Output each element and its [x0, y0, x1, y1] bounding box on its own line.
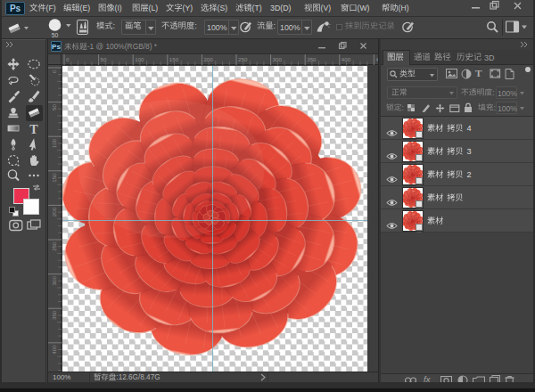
svg-text:150: 150: [169, 56, 179, 62]
svg-text:50: 50: [52, 32, 59, 38]
svg-text:200: 200: [203, 56, 213, 62]
svg-text:3: 3: [467, 147, 472, 156]
svg-text:0: 0: [51, 69, 57, 73]
svg-text:400: 400: [342, 56, 351, 62]
svg-text:250: 250: [238, 56, 248, 62]
svg-text:-1 @ 100%(RGB/8) *: -1 @ 100%(RGB/8) *: [87, 43, 158, 51]
svg-text:50: 50: [101, 56, 107, 62]
svg-text:300: 300: [273, 56, 283, 62]
svg-text:50: 50: [51, 104, 57, 110]
svg-text:100: 100: [51, 138, 57, 148]
svg-text:450: 450: [375, 56, 378, 62]
svg-text:350: 350: [51, 310, 57, 320]
svg-text:250: 250: [51, 241, 57, 251]
svg-text:(I): (I): [115, 4, 122, 12]
svg-text:(H): (H): [399, 4, 409, 12]
svg-text:(L): (L): [149, 4, 159, 12]
svg-text:(E): (E): [80, 4, 91, 12]
svg-text::: :: [194, 21, 197, 30]
svg-text:12.6G/8.47G: 12.6G/8.47G: [119, 373, 160, 381]
svg-text:(T): (T): [252, 4, 262, 12]
svg-text:200: 200: [51, 207, 57, 216]
svg-text:350: 350: [307, 56, 317, 62]
svg-text:0: 0: [66, 56, 70, 62]
svg-text:(Y): (Y): [183, 4, 193, 12]
svg-text:T: T: [29, 123, 38, 136]
svg-text:(S): (S): [218, 4, 228, 12]
svg-text:(F): (F): [46, 4, 56, 12]
svg-text:(V): (V): [321, 4, 332, 12]
svg-text::: :: [492, 88, 494, 97]
svg-text:400: 400: [51, 345, 57, 355]
svg-text:150: 150: [51, 173, 57, 183]
svg-text:(W): (W): [358, 4, 370, 12]
svg-text:4: 4: [467, 124, 472, 133]
svg-text::: :: [274, 21, 276, 30]
svg-text:2: 2: [467, 170, 472, 179]
svg-text::: :: [113, 21, 116, 30]
svg-text:100: 100: [135, 56, 144, 62]
svg-text:300: 300: [51, 276, 57, 286]
svg-text::: :: [402, 103, 404, 112]
